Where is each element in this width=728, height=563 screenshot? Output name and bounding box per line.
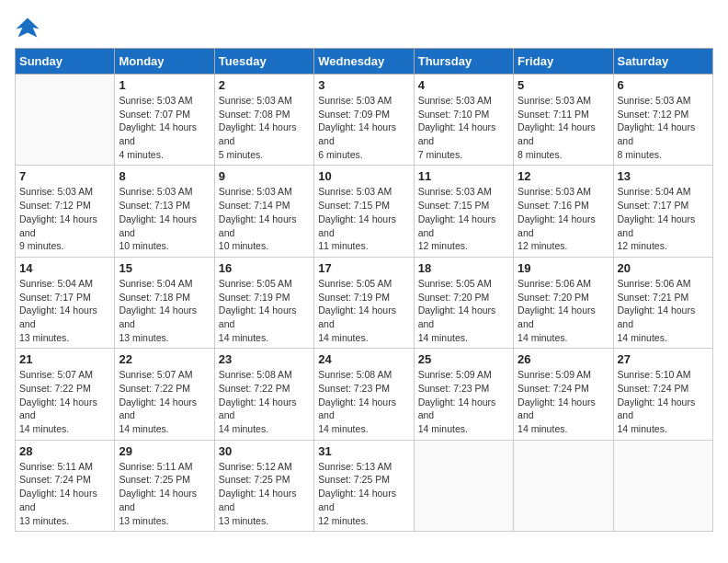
day-info: Sunrise: 5:03 AMSunset: 7:09 PMDaylight:… xyxy=(318,94,409,161)
day-number: 8 xyxy=(119,169,210,183)
day-cell-13: 13Sunrise: 5:04 AMSunset: 7:17 PMDayligh… xyxy=(613,166,712,257)
weekday-header-monday: Monday xyxy=(115,49,214,75)
day-number: 28 xyxy=(19,444,110,458)
day-cell-1: 1Sunrise: 5:03 AMSunset: 7:07 PMDaylight… xyxy=(115,75,214,166)
day-info: Sunrise: 5:08 AMSunset: 7:23 PMDaylight:… xyxy=(318,368,409,435)
day-cell-11: 11Sunrise: 5:03 AMSunset: 7:15 PMDayligh… xyxy=(414,166,513,257)
day-info: Sunrise: 5:03 AMSunset: 7:08 PMDaylight:… xyxy=(219,94,310,161)
day-number: 7 xyxy=(19,169,110,183)
day-number: 12 xyxy=(518,169,609,183)
day-cell-25: 25Sunrise: 5:09 AMSunset: 7:23 PMDayligh… xyxy=(414,349,513,440)
day-info: Sunrise: 5:04 AMSunset: 7:18 PMDaylight:… xyxy=(119,277,210,344)
day-info: Sunrise: 5:09 AMSunset: 7:23 PMDaylight:… xyxy=(418,368,509,435)
day-cell-12: 12Sunrise: 5:03 AMSunset: 7:16 PMDayligh… xyxy=(514,166,613,257)
calendar-table: SundayMondayTuesdayWednesdayThursdayFrid… xyxy=(15,48,713,532)
day-cell-31: 31Sunrise: 5:13 AMSunset: 7:25 PMDayligh… xyxy=(314,440,414,531)
day-number: 11 xyxy=(418,169,509,183)
day-cell-5: 5Sunrise: 5:03 AMSunset: 7:11 PMDaylight… xyxy=(514,75,613,166)
day-info: Sunrise: 5:05 AMSunset: 7:20 PMDaylight:… xyxy=(418,277,509,344)
week-row-2: 7Sunrise: 5:03 AMSunset: 7:12 PMDaylight… xyxy=(16,166,713,257)
empty-cell xyxy=(514,440,613,531)
day-info: Sunrise: 5:07 AMSunset: 7:22 PMDaylight:… xyxy=(19,368,110,435)
day-number: 20 xyxy=(618,261,709,275)
week-row-1: 1Sunrise: 5:03 AMSunset: 7:07 PMDaylight… xyxy=(16,75,713,166)
day-info: Sunrise: 5:07 AMSunset: 7:22 PMDaylight:… xyxy=(119,368,210,435)
empty-cell xyxy=(613,440,712,531)
logo-icon xyxy=(15,15,40,40)
page-header xyxy=(15,15,713,40)
empty-cell xyxy=(16,75,115,166)
day-number: 13 xyxy=(618,169,709,183)
day-number: 18 xyxy=(418,261,509,275)
day-info: Sunrise: 5:05 AMSunset: 7:19 PMDaylight:… xyxy=(318,277,409,344)
day-cell-8: 8Sunrise: 5:03 AMSunset: 7:13 PMDaylight… xyxy=(115,166,214,257)
weekday-header-friday: Friday xyxy=(514,49,613,75)
day-number: 6 xyxy=(618,78,709,92)
day-cell-15: 15Sunrise: 5:04 AMSunset: 7:18 PMDayligh… xyxy=(115,257,214,348)
day-cell-14: 14Sunrise: 5:04 AMSunset: 7:17 PMDayligh… xyxy=(16,257,115,348)
day-info: Sunrise: 5:06 AMSunset: 7:21 PMDaylight:… xyxy=(618,277,709,344)
day-cell-26: 26Sunrise: 5:09 AMSunset: 7:24 PMDayligh… xyxy=(514,349,613,440)
day-cell-27: 27Sunrise: 5:10 AMSunset: 7:24 PMDayligh… xyxy=(613,349,712,440)
day-cell-17: 17Sunrise: 5:05 AMSunset: 7:19 PMDayligh… xyxy=(314,257,414,348)
day-number: 3 xyxy=(318,78,409,92)
day-number: 24 xyxy=(318,352,409,366)
day-cell-29: 29Sunrise: 5:11 AMSunset: 7:25 PMDayligh… xyxy=(115,440,214,531)
weekday-header-saturday: Saturday xyxy=(613,49,712,75)
svg-marker-0 xyxy=(16,18,39,38)
day-cell-28: 28Sunrise: 5:11 AMSunset: 7:24 PMDayligh… xyxy=(16,440,115,531)
day-info: Sunrise: 5:08 AMSunset: 7:22 PMDaylight:… xyxy=(219,368,310,435)
day-number: 2 xyxy=(219,78,310,92)
day-cell-18: 18Sunrise: 5:05 AMSunset: 7:20 PMDayligh… xyxy=(414,257,513,348)
day-cell-6: 6Sunrise: 5:03 AMSunset: 7:12 PMDaylight… xyxy=(613,75,712,166)
weekday-header-wednesday: Wednesday xyxy=(314,49,414,75)
day-info: Sunrise: 5:05 AMSunset: 7:19 PMDaylight:… xyxy=(219,277,310,344)
day-number: 1 xyxy=(119,78,210,92)
empty-cell xyxy=(414,440,513,531)
day-cell-23: 23Sunrise: 5:08 AMSunset: 7:22 PMDayligh… xyxy=(214,349,313,440)
day-number: 4 xyxy=(418,78,509,92)
day-info: Sunrise: 5:03 AMSunset: 7:14 PMDaylight:… xyxy=(219,185,310,252)
day-cell-19: 19Sunrise: 5:06 AMSunset: 7:20 PMDayligh… xyxy=(514,257,613,348)
day-info: Sunrise: 5:13 AMSunset: 7:25 PMDaylight:… xyxy=(318,460,409,527)
day-number: 29 xyxy=(119,444,210,458)
day-info: Sunrise: 5:03 AMSunset: 7:12 PMDaylight:… xyxy=(19,185,110,252)
day-number: 14 xyxy=(19,261,110,275)
day-cell-24: 24Sunrise: 5:08 AMSunset: 7:23 PMDayligh… xyxy=(314,349,414,440)
day-number: 22 xyxy=(119,352,210,366)
week-row-4: 21Sunrise: 5:07 AMSunset: 7:22 PMDayligh… xyxy=(16,349,713,440)
day-info: Sunrise: 5:03 AMSunset: 7:11 PMDaylight:… xyxy=(518,94,609,161)
day-info: Sunrise: 5:09 AMSunset: 7:24 PMDaylight:… xyxy=(518,368,609,435)
day-cell-16: 16Sunrise: 5:05 AMSunset: 7:19 PMDayligh… xyxy=(214,257,313,348)
day-number: 19 xyxy=(518,261,609,275)
day-cell-22: 22Sunrise: 5:07 AMSunset: 7:22 PMDayligh… xyxy=(115,349,214,440)
week-row-3: 14Sunrise: 5:04 AMSunset: 7:17 PMDayligh… xyxy=(16,257,713,348)
day-number: 21 xyxy=(19,352,110,366)
day-cell-20: 20Sunrise: 5:06 AMSunset: 7:21 PMDayligh… xyxy=(613,257,712,348)
day-number: 10 xyxy=(318,169,409,183)
day-info: Sunrise: 5:03 AMSunset: 7:15 PMDaylight:… xyxy=(318,185,409,252)
day-cell-7: 7Sunrise: 5:03 AMSunset: 7:12 PMDaylight… xyxy=(16,166,115,257)
day-number: 31 xyxy=(318,444,409,458)
day-number: 25 xyxy=(418,352,509,366)
weekday-header-sunday: Sunday xyxy=(16,49,115,75)
day-info: Sunrise: 5:12 AMSunset: 7:25 PMDaylight:… xyxy=(219,460,310,527)
day-number: 15 xyxy=(119,261,210,275)
logo xyxy=(15,15,44,40)
day-cell-21: 21Sunrise: 5:07 AMSunset: 7:22 PMDayligh… xyxy=(16,349,115,440)
day-info: Sunrise: 5:04 AMSunset: 7:17 PMDaylight:… xyxy=(19,277,110,344)
day-info: Sunrise: 5:03 AMSunset: 7:10 PMDaylight:… xyxy=(418,94,509,161)
day-number: 30 xyxy=(219,444,310,458)
day-number: 17 xyxy=(318,261,409,275)
day-cell-2: 2Sunrise: 5:03 AMSunset: 7:08 PMDaylight… xyxy=(214,75,313,166)
day-info: Sunrise: 5:04 AMSunset: 7:17 PMDaylight:… xyxy=(618,185,709,252)
weekday-header-thursday: Thursday xyxy=(414,49,513,75)
day-info: Sunrise: 5:03 AMSunset: 7:07 PMDaylight:… xyxy=(119,94,210,161)
day-number: 5 xyxy=(518,78,609,92)
day-info: Sunrise: 5:10 AMSunset: 7:24 PMDaylight:… xyxy=(618,368,709,435)
day-info: Sunrise: 5:03 AMSunset: 7:12 PMDaylight:… xyxy=(618,94,709,161)
day-info: Sunrise: 5:11 AMSunset: 7:25 PMDaylight:… xyxy=(119,460,210,527)
day-cell-4: 4Sunrise: 5:03 AMSunset: 7:10 PMDaylight… xyxy=(414,75,513,166)
day-number: 16 xyxy=(219,261,310,275)
day-cell-10: 10Sunrise: 5:03 AMSunset: 7:15 PMDayligh… xyxy=(314,166,414,257)
